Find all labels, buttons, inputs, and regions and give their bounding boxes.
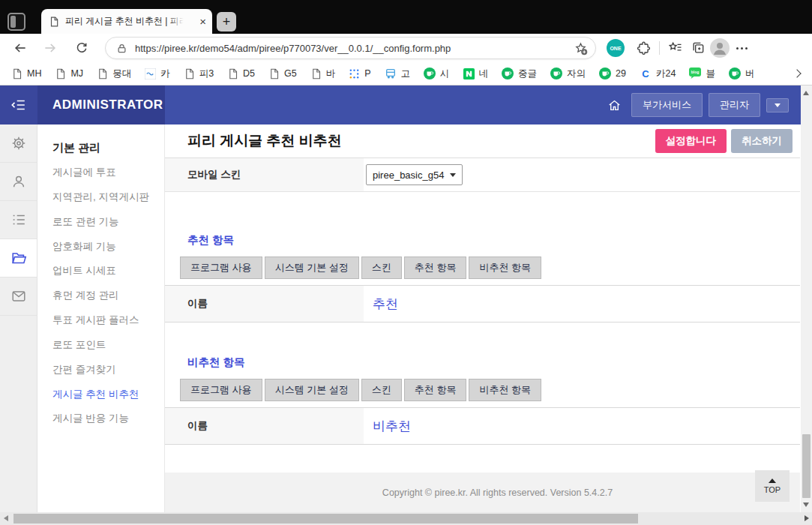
profile-avatar[interactable]	[709, 38, 730, 58]
sidebar-item[interactable]: 휴먼 계정 관리	[52, 290, 164, 302]
bookmark-label: 중글	[518, 68, 537, 80]
bookmark-item[interactable]: MH	[4, 64, 48, 82]
rail-settings-item[interactable]	[0, 124, 37, 163]
bookmark-item[interactable]: 피3	[177, 64, 220, 82]
tab-recommend[interactable]: 추천 항목	[404, 379, 467, 401]
tab-system-default[interactable]: 시스템 기본 설정	[265, 379, 359, 401]
sidebar-collapse-button[interactable]	[0, 86, 37, 124]
sidebar-item[interactable]: 로또 관련 기능	[52, 217, 164, 228]
new-tab-button[interactable]: +	[217, 12, 236, 32]
bookmark-item[interactable]: 네	[457, 64, 496, 82]
bookmark-item[interactable]: 시	[417, 64, 457, 82]
browser-toolbar: https://piree.kr/demo54/adm/piree/p77007…	[0, 34, 812, 62]
tab-close-icon[interactable]: ×	[199, 16, 206, 27]
horizontal-scrollbar[interactable]	[0, 512, 812, 525]
submit-button[interactable]: 설정합니다	[655, 129, 727, 153]
tab-skin[interactable]: 스킨	[361, 379, 402, 401]
icon-rail	[0, 124, 37, 512]
bookmark-item[interactable]: D5	[220, 64, 262, 82]
bookmark-item[interactable]: blog블	[682, 64, 722, 82]
tab-program-use[interactable]: 프로그램 사용	[180, 379, 262, 401]
tab-skin[interactable]: 스킨	[361, 256, 402, 279]
lock-icon[interactable]	[116, 43, 127, 54]
favorites-bar-icon[interactable]	[664, 37, 687, 59]
bookmark-label: D5	[243, 68, 255, 79]
bookmarks-overflow-chevron-icon[interactable]	[793, 69, 801, 77]
menu-fold-icon	[10, 97, 27, 113]
bookmark-item[interactable]: 고	[378, 64, 418, 82]
back-button[interactable]	[9, 37, 31, 59]
cup-favicon	[424, 68, 436, 80]
scroll-up-arrow-icon[interactable]	[803, 91, 809, 95]
favorite-add-icon[interactable]	[574, 41, 588, 56]
bookmark-item[interactable]: P	[342, 64, 377, 82]
extensions-puzzle-icon[interactable]	[632, 37, 655, 59]
tab-actions-icon[interactable]	[7, 13, 25, 31]
bookmark-item[interactable]: MJ	[48, 64, 90, 82]
bookmark-item[interactable]: 자의	[544, 64, 592, 82]
vertical-scrollbar[interactable]	[801, 86, 812, 512]
bookmark-label: 바	[326, 68, 336, 80]
browser-tab[interactable]: 피리 게시글 추천 비추천 | 피리 ×	[41, 9, 212, 34]
bookmark-item[interactable]: 바	[304, 64, 343, 82]
settings-menu-icon[interactable]	[730, 37, 753, 59]
tab-system-default[interactable]: 시스템 기본 설정	[265, 256, 359, 279]
admin-user-button[interactable]: 관리자	[709, 93, 760, 117]
sidebar-item[interactable]: 간편 즐겨찾기	[52, 364, 164, 376]
sidebar-item[interactable]: 투표 게시판 플러스	[52, 315, 164, 326]
recommend-section: 추천 항목 프로그램 사용 시스템 기본 설정 스킨 추천 항목 비추천 항목 …	[165, 233, 800, 322]
bookmark-item[interactable]: 뭉대	[90, 64, 138, 82]
rail-list-item[interactable]	[0, 201, 37, 239]
svg-text:C: C	[642, 68, 649, 80]
scroll-down-arrow-icon[interactable]	[803, 502, 809, 507]
tab-not-recommend[interactable]: 비추천 항목	[469, 379, 541, 401]
sidebar-item[interactable]: 게시글에 투표	[52, 167, 164, 178]
refresh-button[interactable]	[70, 37, 93, 59]
bookmark-item[interactable]: 중글	[495, 64, 544, 82]
bookmark-item[interactable]: G5	[262, 64, 304, 82]
page-icon	[11, 68, 22, 80]
blog-favicon: blog	[689, 68, 701, 80]
tab-not-recommend[interactable]: 비추천 항목	[469, 256, 541, 279]
sidebar-item[interactable]: 로또 포인트	[52, 340, 164, 351]
sidebar-item[interactable]: 지역관리, 지역게시판	[52, 192, 164, 203]
address-bar[interactable]: https://piree.kr/demo54/adm/piree/p77007…	[105, 37, 596, 59]
bookmark-item[interactable]: 29	[592, 64, 633, 82]
section-tabs: 프로그램 사용 시스템 기본 설정 스킨 추천 항목 비추천 항목	[180, 256, 800, 279]
rail-mail-item[interactable]	[0, 278, 37, 316]
collections-icon[interactable]	[687, 37, 709, 59]
cancel-button[interactable]: 취소하기	[731, 129, 793, 153]
section-title: 추천 항목	[187, 233, 800, 248]
one-extension-icon[interactable]: ONE	[607, 39, 625, 57]
tab-program-use[interactable]: 프로그램 사용	[180, 256, 262, 279]
url-text[interactable]: https://piree.kr/demo54/adm/piree/p77007…	[135, 43, 574, 54]
bookmark-item[interactable]: C카24	[633, 64, 682, 82]
home-icon	[607, 98, 622, 112]
mail-icon	[10, 288, 27, 304]
rail-users-item[interactable]	[0, 163, 37, 201]
scroll-top-button[interactable]: TOP	[755, 470, 790, 502]
home-button[interactable]	[603, 98, 625, 112]
user-menu-caret-button[interactable]	[766, 98, 789, 112]
forward-button[interactable]	[39, 37, 61, 59]
vertical-scrollbar-thumb[interactable]	[802, 434, 811, 498]
sidebar-item[interactable]: 업비트 시세표	[52, 266, 164, 277]
list-icon	[10, 212, 27, 228]
scroll-left-arrow-icon[interactable]	[4, 515, 8, 521]
rail-plugins-item-active[interactable]	[0, 239, 37, 278]
page-icon	[55, 68, 66, 80]
addon-services-button[interactable]: 부가서비스	[631, 93, 703, 117]
sidebar-item[interactable]: 게시글 반응 기능	[52, 413, 164, 424]
tab-actions-inner	[10, 16, 16, 28]
horizontal-scrollbar-thumb[interactable]	[13, 514, 638, 524]
bookmark-item[interactable]: 카	[138, 64, 177, 82]
tab-recommend[interactable]: 추천 항목	[404, 256, 467, 279]
bookmark-label: 카	[160, 68, 170, 80]
chevron-down-icon	[450, 173, 456, 177]
page-header: 피리 게시글 추천 비추천 설정합니다 취소하기	[165, 124, 800, 158]
sidebar-item[interactable]: 암호화폐 기능	[52, 242, 164, 253]
scroll-right-arrow-icon[interactable]	[805, 515, 809, 521]
mobile-skin-select[interactable]: piree_basic_g54	[366, 164, 463, 185]
bookmark-item[interactable]: 버	[722, 64, 762, 82]
sidebar-item-active[interactable]: 게시글 추천 비추천	[52, 389, 164, 400]
